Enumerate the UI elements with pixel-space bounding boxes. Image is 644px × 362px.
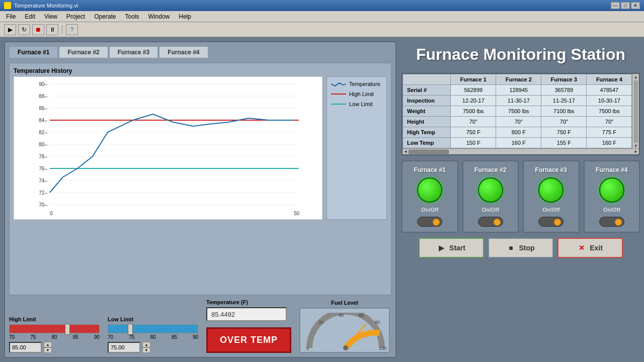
table-cell-r1-c2: 11-25-17 [541,96,587,106]
furnace-2-status-light [478,177,503,203]
start-icon: ▶ [437,244,445,252]
furnace-1-toggle[interactable] [417,217,442,227]
high-limit-thumb[interactable] [65,324,70,335]
tab-furnace3[interactable]: Furnace #3 [109,46,158,58]
menu-file[interactable]: File [2,12,20,21]
stop-icon: ■ [507,244,515,252]
legend-temp-line [331,81,346,87]
menu-window[interactable]: Window [144,12,174,21]
furnace-3-status-light [538,177,564,203]
menu-tools[interactable]: Tools [121,12,143,21]
row-header-5: Low Temp [403,138,451,148]
menu-operate[interactable]: Operate [90,12,120,21]
table-cell-r5-c2: 155 F [541,138,587,148]
menu-bar: File Edit View Project Operate Tools Win… [0,11,644,22]
table-scrollbar-v[interactable]: ▲ ▼ [632,74,639,148]
station-title: Furnace Monitoring Station [401,41,640,68]
low-limit-down[interactable]: ▼ [142,347,150,353]
svg-point-35 [343,345,348,350]
low-limit-up[interactable]: ▲ [142,342,150,347]
low-limit-thumb[interactable] [128,324,133,335]
menu-view[interactable]: View [40,12,61,21]
legend-high-line [331,91,346,97]
menu-project[interactable]: Project [62,12,89,21]
temperature-chart[interactable]: 90– 88– 86– 84– 82– 80– 78– 76– 74– 72– … [14,76,323,220]
table-cell-r2-c3: 7500 lbs [587,106,632,117]
high-limit-up[interactable]: ▲ [44,342,52,347]
furnace-4-toggle[interactable] [599,217,624,227]
menu-help[interactable]: Help [175,12,195,21]
low-limit-label: Low Limit [108,316,198,322]
svg-text:70–: 70– [39,202,47,208]
temperature-group: Temperature (F) 85.4492 OVER TEMP [206,299,291,353]
furnace-3-toggle[interactable] [538,217,564,227]
row-header-1: Inspection [403,96,451,106]
table-cell-r5-c0: 150 F [451,138,496,148]
menu-edit[interactable]: Edit [21,12,39,21]
furnace-card-1: Furnace #1 On/Off [401,160,458,233]
table-cell-r4-c1: 800 F [496,127,541,138]
row-header-3: Height [403,117,451,127]
table-cell-r5-c1: 160 F [496,138,541,148]
over-temp-button[interactable]: OVER TEMP [206,327,291,353]
bottom-controls: ▶ Start ■ Stop ✕ Exit [401,238,640,258]
exit-button[interactable]: ✕ Exit [557,238,623,258]
furnace-1-status-light [417,177,442,203]
run-button[interactable]: ▶ [4,24,16,35]
high-limit-label: High Limit [9,316,100,322]
furnace-2-toggle[interactable] [478,217,503,227]
table-cell-r5-c3: 160 F [587,138,632,148]
furnace-3-toggle-thumb [554,219,561,226]
table-cell-r0-c2: 365789 [541,85,587,96]
col-header-empty [403,74,451,85]
svg-text:80–: 80– [39,142,47,147]
low-limit-track[interactable] [108,324,198,333]
stop-button[interactable]: ■ Stop [488,238,553,258]
table-cell-r0-c0: 562899 [451,85,496,96]
table-row: Low Temp150 F160 F155 F160 F [403,138,632,148]
start-button[interactable]: ▶ Start [419,238,484,258]
run-cont-button[interactable]: ↻ [18,24,30,35]
minimize-button[interactable]: — [611,2,620,9]
help-button[interactable]: ? [66,24,78,35]
row-header-2: Weight [403,106,451,117]
table-scrollbar-h[interactable]: ◄ ► [403,148,639,154]
tab-furnace1[interactable]: Furnace #1 [9,46,58,58]
high-limit-down[interactable]: ▼ [44,347,52,353]
pause-button[interactable]: ⏸ [46,24,58,35]
scroll-thumb-h[interactable] [409,150,449,154]
svg-text:100: 100 [379,346,386,351]
row-header-0: Serial # [403,85,451,96]
stop-button[interactable]: ⏹ [32,24,44,35]
row-header-4: High Temp [403,127,451,138]
low-limit-spin[interactable]: ▲ ▼ [142,342,150,353]
tab-furnace2[interactable]: Furnace #2 [59,46,108,58]
furnace-data-table: Furnace 1 Furnace 2 Furnace 3 Furnace 4 … [403,74,632,148]
controls-row: High Limit 70 75 80 85 90 85.00 [9,299,391,353]
maximize-button[interactable]: □ [621,2,630,9]
high-limit-display: 85.00 [9,342,42,353]
svg-text:20: 20 [318,320,324,325]
low-limit-slider-container: 70 75 80 85 90 [108,324,198,340]
exit-icon: ✕ [578,244,586,252]
table-cell-r0-c1: 128945 [496,85,541,96]
close-button[interactable]: ✕ [631,2,640,9]
table-row: Weight7500 lbs7500 lbs7100 lbs7500 lbs [403,106,632,117]
table-cell-r2-c1: 7500 lbs [496,106,541,117]
fuel-level-label: Fuel Level [331,300,358,306]
furnace-2-onoff-label: On/Off [482,207,499,213]
left-panel: Furnace #1 Furnace #2 Furnace #3 Furnace… [4,41,396,358]
high-limit-tick-labels: 70 75 80 85 90 [9,334,100,340]
table-cell-r1-c0: 12-20-17 [451,96,496,106]
high-limit-spin[interactable]: ▲ ▼ [44,342,52,353]
col-header-f4: Furnace 4 [587,74,632,85]
chart-container: Temperature History 90– 88– 86– 84– 82– … [9,63,391,295]
fuel-gauge: 0 20 40 60 80 100 [299,308,390,353]
start-label: Start [449,244,465,252]
table-cell-r4-c2: 750 F [541,127,587,138]
furnace-1-toggle-thumb [433,219,440,226]
tab-furnace4[interactable]: Furnace #4 [159,46,208,58]
table-cell-r2-c2: 7100 lbs [541,106,587,117]
high-limit-track[interactable] [9,324,100,333]
furnace-card-1-title: Furnace #1 [414,166,446,173]
